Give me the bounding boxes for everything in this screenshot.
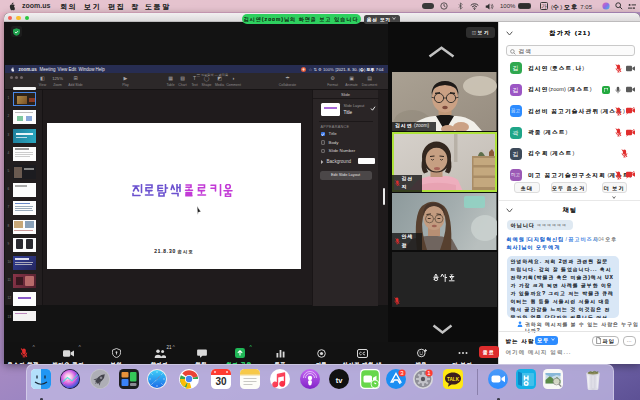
svg-text:TALK: TALK xyxy=(447,377,460,382)
svg-text:30: 30 xyxy=(215,376,227,387)
svg-text:tv: tv xyxy=(336,376,343,385)
